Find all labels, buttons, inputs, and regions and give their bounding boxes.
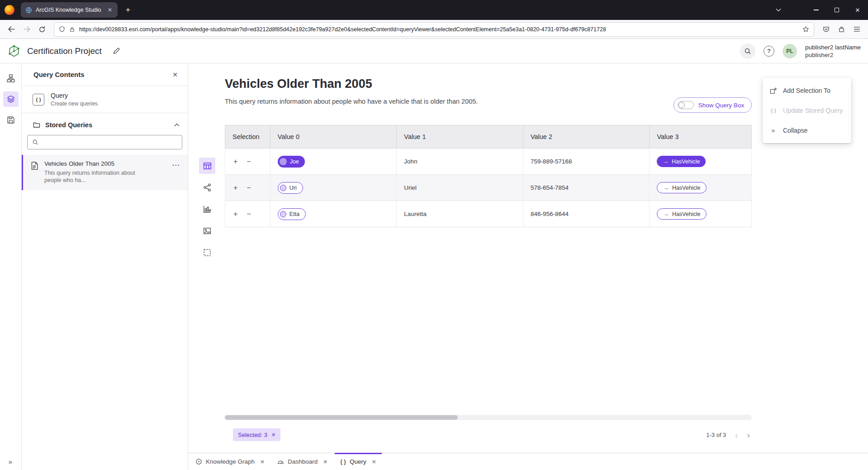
url-text: https://dev0028833.esri.com/portal/apps/…	[79, 26, 606, 33]
remove-from-selection-button[interactable]: −	[246, 210, 251, 219]
stored-queries-search-input[interactable]	[42, 139, 177, 146]
stored-query-list-item[interactable]: Vehicles Older Than 2005 This query retu…	[22, 155, 188, 190]
new-query-item[interactable]: { } Query Create new queries	[22, 86, 188, 113]
remove-from-selection-button[interactable]: −	[246, 157, 251, 166]
tab-label: Dashboard	[288, 458, 318, 465]
help-icon[interactable]: ?	[764, 46, 774, 57]
column-header: Value 0	[270, 125, 397, 148]
show-query-box-toggle[interactable]: Show Query Box	[674, 97, 752, 113]
menu-item-collapse[interactable]: » Collapse	[763, 120, 851, 140]
sitemap-icon[interactable]	[3, 71, 19, 86]
entity-pill[interactable]: Etta	[278, 208, 306, 220]
tab-dashboard[interactable]: Dashboard ✕	[271, 453, 334, 470]
close-tab-icon[interactable]: ✕	[323, 459, 327, 465]
toggle-knob	[678, 102, 685, 108]
selection-context-menu: Add Selection To { } Update Stored Query…	[763, 78, 851, 143]
avatar[interactable]: PL	[783, 44, 797, 58]
bookmark-star-icon[interactable]	[802, 26, 809, 33]
cell-value: 846-956-8644	[523, 201, 650, 227]
titlebar-controls: ✕	[769, 0, 868, 20]
table-footer: Selected: 3 ✕ 1-3 of 3 ‹ ›	[225, 424, 752, 446]
expand-panel-icon[interactable]: »	[9, 458, 13, 465]
panel-header: Query Contents ✕	[22, 63, 188, 86]
content-tab-bar: Knowledge Graph ✕ Dashboard ✕ { } Query …	[188, 453, 868, 470]
close-tab-icon[interactable]: ✕	[260, 459, 265, 465]
knowledge-graph-icon	[195, 458, 202, 465]
reload-button[interactable]	[35, 23, 49, 36]
horizontal-scrollbar[interactable]	[225, 415, 752, 420]
lock-icon[interactable]	[69, 26, 75, 33]
relationship-pill[interactable]: → HasVehicle	[657, 208, 707, 220]
stored-query-title: Vehicles Older Than 2005	[44, 160, 137, 167]
extensions-icon[interactable]	[835, 23, 848, 36]
map-view-button[interactable]	[199, 223, 215, 239]
table-row[interactable]: + − Uri Uriel 578-654-7854	[225, 175, 752, 201]
maximize-button[interactable]	[826, 0, 847, 20]
add-to-selection-button[interactable]: +	[232, 183, 238, 192]
clear-selection-icon[interactable]: ✕	[271, 432, 275, 438]
user-name: publisher2 lastName	[805, 43, 861, 51]
stored-queries-search[interactable]	[27, 135, 182, 149]
chart-view-button[interactable]	[199, 201, 215, 217]
browser-titlebar: ArcGIS Knowledge Studio ✕ + ✕	[0, 0, 868, 20]
link-chart-button[interactable]	[199, 179, 215, 196]
stored-queries-header[interactable]: Stored Queries	[22, 113, 188, 133]
table-row[interactable]: + − Etta Lauretta 846-956-8644	[225, 201, 752, 227]
firefox-icon	[5, 5, 14, 15]
selection-tool-button[interactable]	[199, 245, 215, 261]
tracking-shield-icon[interactable]	[59, 26, 65, 33]
list-all-tabs-icon[interactable]	[769, 8, 787, 12]
braces-icon: { }	[769, 108, 778, 113]
table-row[interactable]: + − Joe John 759-889-57168	[225, 149, 752, 175]
panel-title: Query Contents	[33, 71, 85, 78]
add-selection-icon	[769, 87, 778, 94]
chevron-up-icon[interactable]	[174, 123, 180, 127]
table-empty-area	[225, 227, 752, 415]
browser-tab[interactable]: ArcGIS Knowledge Studio ✕	[21, 2, 118, 18]
minimize-button[interactable]	[806, 0, 826, 20]
user-info[interactable]: publisher2 lastName publisher2	[805, 43, 861, 59]
pocket-save-icon[interactable]	[819, 23, 833, 36]
layers-icon[interactable]	[3, 91, 19, 107]
add-to-selection-button[interactable]: +	[232, 157, 238, 166]
arrow-right-icon: →	[663, 158, 669, 165]
menu-hamburger-icon[interactable]	[850, 23, 863, 36]
item-options-kebab-icon[interactable]: ⋯	[169, 160, 182, 170]
url-bar[interactable]: https://dev0028833.esri.com/portal/apps/…	[54, 23, 814, 36]
selected-count-chip[interactable]: Selected: 3 ✕	[233, 428, 280, 441]
back-button[interactable]	[5, 23, 18, 36]
results-table: Selection Value 0 Value 1 Value 2 Value …	[225, 125, 752, 453]
new-tab-button[interactable]: +	[122, 5, 134, 14]
entity-label: Uri	[289, 185, 297, 191]
relationship-label: HasVehicle	[672, 158, 700, 165]
entity-pill[interactable]: Uri	[278, 182, 303, 194]
table-view-button[interactable]	[199, 158, 215, 174]
tab-query[interactable]: { } Query ✕	[334, 453, 383, 470]
tab-close-icon[interactable]: ✕	[106, 6, 114, 14]
previous-page-icon[interactable]: ‹	[735, 431, 738, 439]
cell-value: Lauretta	[397, 201, 523, 227]
tab-title: ArcGIS Knowledge Studio	[36, 7, 102, 13]
cell-value: 578-654-7854	[523, 175, 650, 201]
remove-from-selection-button[interactable]: −	[246, 183, 251, 192]
entity-pill[interactable]: Joe	[278, 156, 305, 168]
search-icon[interactable]	[740, 43, 755, 59]
relationship-pill[interactable]: → HasVehicle	[657, 156, 706, 167]
forward-button[interactable]	[20, 23, 33, 36]
next-page-icon[interactable]: ›	[747, 431, 750, 439]
relationship-pill[interactable]: → HasVehicle	[657, 182, 707, 193]
add-to-selection-button[interactable]: +	[232, 210, 238, 219]
save-icon[interactable]	[3, 112, 19, 128]
scrollbar-thumb[interactable]	[225, 415, 458, 420]
toggle-switch[interactable]	[678, 101, 694, 109]
menu-item-update-stored-query[interactable]: { } Update Stored Query	[763, 101, 851, 120]
query-contents-panel: Query Contents ✕ { } Query Create new qu…	[22, 63, 188, 470]
close-window-button[interactable]: ✕	[847, 0, 868, 20]
tab-knowledge-graph[interactable]: Knowledge Graph ✕	[189, 453, 271, 470]
menu-item-add-selection-to[interactable]: Add Selection To	[763, 81, 851, 101]
close-tab-icon[interactable]: ✕	[372, 459, 376, 465]
panel-close-icon[interactable]: ✕	[171, 69, 180, 80]
browser-window: ArcGIS Knowledge Studio ✕ + ✕	[0, 0, 868, 470]
tab-label: Query	[350, 458, 366, 465]
edit-title-icon[interactable]	[113, 47, 120, 55]
